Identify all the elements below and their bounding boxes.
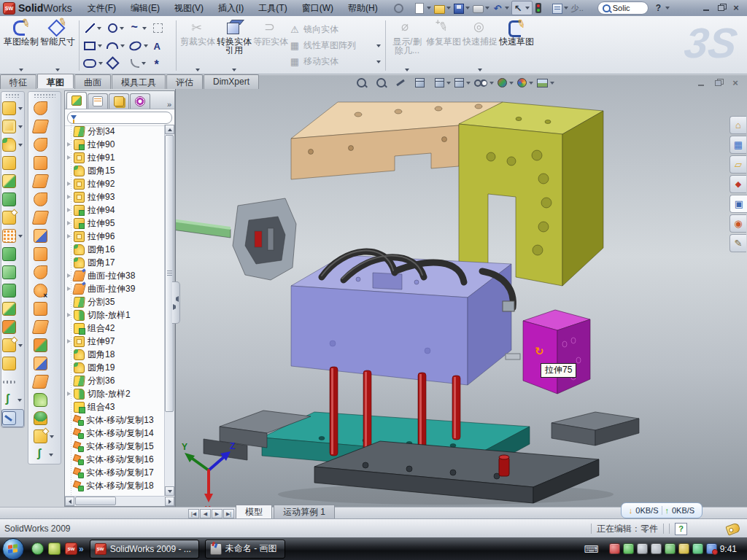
doc-restore-button[interactable] (713, 79, 724, 88)
toolbar-button[interactable] (28, 136, 61, 154)
tree-item[interactable]: 实体-移动/复制16 (65, 453, 165, 466)
graphics-viewport[interactable]: ↻ (175, 75, 747, 507)
task-pane-tab[interactable]: ▦ (729, 136, 746, 154)
sketch-entity-button[interactable] (82, 37, 105, 55)
dropdown-arrow-icon[interactable] (489, 82, 494, 85)
sketch-entity-button[interactable] (150, 55, 173, 72)
dropdown-arrow-icon[interactable] (55, 69, 60, 71)
toolbar-button[interactable] (1, 190, 24, 209)
tree-item[interactable]: 分割35 (65, 295, 165, 308)
panel-overflow-chevron[interactable]: » (167, 100, 174, 109)
tree-item[interactable]: 实体-移动/复制18 (65, 479, 165, 492)
tree-item[interactable]: 曲面-拉伸38 (65, 269, 165, 282)
keyboard-layout-icon[interactable]: ⌨ (584, 543, 598, 555)
last-page-button[interactable]: ▶| (223, 509, 234, 518)
tree-filter-input[interactable] (67, 112, 172, 124)
sketch-entity-button[interactable] (128, 37, 150, 55)
antivirus-launcher-icon[interactable] (48, 542, 61, 555)
toolbar-button[interactable] (1, 391, 24, 409)
dropdown-arrow-icon[interactable] (485, 7, 489, 9)
tree-item[interactable]: 实体-移动/复制14 (65, 427, 165, 440)
ribbon-button[interactable]: 剪裁实体 (179, 18, 216, 74)
dropdown-arrow-icon[interactable] (505, 7, 509, 9)
dropdown-arrow-icon[interactable] (465, 7, 470, 9)
ribbon-button[interactable]: 等距实体 (252, 18, 289, 74)
ribbon-row-button[interactable]: ▦ 移动实体 (289, 54, 382, 70)
dropdown-arrow-icon[interactable] (97, 27, 101, 30)
tree-item[interactable]: 圆角19 (65, 361, 165, 374)
tree-item[interactable]: 分割36 (65, 374, 165, 387)
expand-arrow-icon[interactable] (66, 365, 72, 371)
toolbar-button[interactable] (1, 300, 24, 318)
sketch-entity-button[interactable] (128, 20, 150, 37)
task-pane-tab[interactable]: ◉ (729, 214, 746, 233)
help-dropdown-icon[interactable] (665, 7, 670, 9)
part-insert-magenta[interactable] (523, 310, 590, 394)
toolbar-button[interactable] (1, 263, 24, 281)
toolbar-button[interactable] (1, 409, 24, 427)
toolbar-button[interactable] (28, 409, 61, 427)
scroll-left-button[interactable] (65, 497, 74, 506)
dropdown-arrow-icon[interactable] (120, 27, 124, 30)
part-clamp-olive[interactable] (459, 102, 603, 286)
dropdown-arrow-icon[interactable] (142, 27, 147, 30)
tree-item[interactable]: 拉伸93 (65, 190, 165, 203)
expand-arrow-icon[interactable] (66, 404, 72, 411)
dropdown-arrow-icon[interactable] (376, 44, 381, 47)
model-tab[interactable]: 模型 (236, 505, 272, 519)
hud-button[interactable] (537, 79, 556, 88)
dropdown-arrow-icon[interactable] (98, 62, 103, 65)
dropdown-arrow-icon[interactable] (18, 107, 23, 110)
task-pane-tab[interactable]: ▣ (729, 195, 747, 213)
tree-item[interactable]: 组合42 (65, 322, 165, 335)
toolbar-grip[interactable] (34, 93, 56, 98)
dropdown-arrow-icon[interactable] (405, 69, 409, 71)
expand-arrow-icon[interactable] (66, 378, 72, 384)
toolbar-button[interactable] (1, 209, 24, 227)
tree-item[interactable]: 拉伸97 (65, 335, 165, 348)
tree-item[interactable]: 拉伸96 (65, 230, 165, 243)
expand-arrow-icon[interactable] (66, 181, 72, 187)
command-tab[interactable]: 模具工具 (112, 74, 166, 89)
dropdown-arrow-icon[interactable] (525, 7, 530, 9)
tree-item[interactable]: 拉伸90 (65, 138, 165, 151)
close-button[interactable]: × (731, 4, 741, 12)
dropdown-arrow-icon[interactable] (19, 69, 23, 71)
expand-arrow-icon[interactable] (66, 220, 72, 227)
title-toolbar-button[interactable] (472, 1, 492, 15)
dropdown-arrow-icon[interactable] (50, 435, 54, 438)
sketch-entity-button[interactable] (105, 55, 128, 72)
tab-configuration-manager[interactable] (109, 93, 129, 109)
dropdown-arrow-icon[interactable] (144, 44, 148, 47)
menu-item[interactable]: 帮助(H) (341, 1, 384, 16)
scroll-down-button[interactable] (165, 486, 174, 496)
expand-arrow-icon[interactable] (66, 351, 72, 358)
toolbar-button[interactable] (1, 136, 24, 154)
toolbar-button[interactable] (28, 354, 61, 373)
tree-item[interactable]: 实体-移动/复制17 (65, 466, 165, 479)
title-toolbar-button[interactable] (533, 1, 551, 15)
ribbon-row-button[interactable]: ▦ 线性草图阵列 (289, 38, 382, 54)
expand-arrow-icon[interactable] (66, 299, 72, 306)
scroll-right-button[interactable] (165, 497, 174, 506)
dropdown-arrow-icon[interactable] (196, 69, 200, 71)
tab-property-manager[interactable] (88, 93, 108, 109)
ribbon-button[interactable]: 快速捕捉 (462, 18, 498, 74)
expand-arrow-icon[interactable] (66, 456, 72, 463)
part-rail-right[interactable] (551, 412, 639, 446)
sketch-entity-button[interactable] (82, 55, 105, 72)
tree-item[interactable]: 拉伸94 (65, 203, 165, 217)
toolbar-button[interactable] (28, 245, 61, 263)
search-input[interactable] (613, 4, 643, 12)
expand-arrow-icon[interactable] (66, 430, 72, 437)
assembly-3d-view[interactable]: ↻ (176, 75, 747, 507)
antivirus-shield-icon[interactable] (609, 543, 620, 554)
tab-feature-manager[interactable] (66, 92, 87, 109)
doc-close-button[interactable]: × (730, 79, 740, 88)
title-toolbar-button[interactable]: 少.. (570, 1, 592, 15)
hud-button[interactable] (376, 78, 394, 88)
expand-arrow-icon[interactable] (66, 233, 72, 240)
expand-arrow-icon[interactable] (66, 260, 72, 266)
dropdown-arrow-icon[interactable] (232, 69, 236, 71)
ribbon-button[interactable]: 转换实体引用 (216, 18, 252, 74)
